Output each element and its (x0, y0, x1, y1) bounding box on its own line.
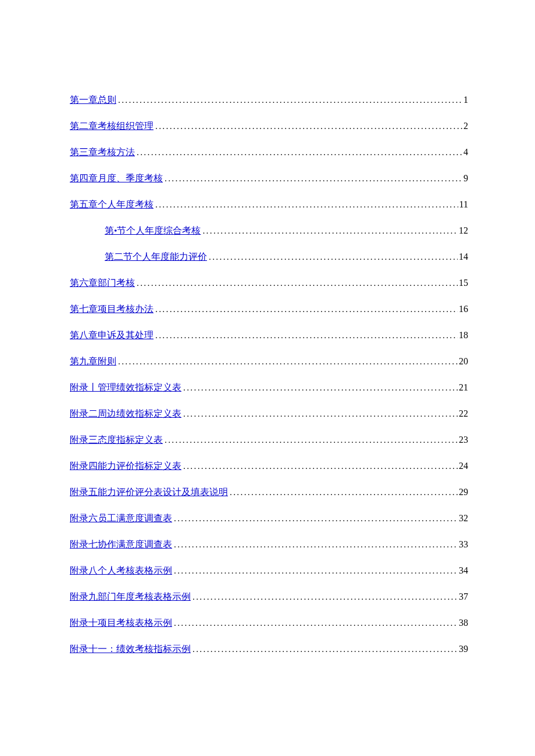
toc-link[interactable]: 附录二周边绩效指标定义表 (70, 407, 181, 420)
toc-link[interactable]: 第四章月度、季度考核 (70, 171, 163, 185)
toc-entry: 附录六员工满意度调查表32 (70, 511, 468, 525)
toc-link[interactable]: 第五章个人年度考核 (70, 198, 154, 211)
toc-leader-dots (116, 93, 462, 106)
toc-link[interactable]: 第二节个人年度能力评价 (105, 250, 207, 263)
toc-entry: 附录十项目考核表格示例38 (70, 616, 468, 630)
toc-entry: 附录七协作满意度调查表33 (70, 538, 468, 551)
toc-leader-dots (181, 459, 458, 472)
toc-leader-dots (154, 119, 462, 132)
toc-entry: 附录丨管理绩效指标定义表21 (70, 381, 468, 395)
toc-leader-dots (172, 616, 458, 629)
toc-page-number: 4 (462, 145, 468, 159)
toc-page-number: 11 (458, 198, 468, 212)
toc-link[interactable]: 附录八个人考核表格示例 (70, 564, 172, 577)
toc-leader-dots (181, 381, 458, 394)
toc-page-number: 21 (458, 381, 468, 395)
toc-entry: 第•节个人年度综合考核12 (70, 224, 468, 238)
toc-entry: 附录九部门年度考核表格示例37 (70, 590, 468, 604)
toc-entry: 第七章项目考核办法16 (70, 302, 468, 316)
toc-entry: 附录五能力评价评分表设计及填表说明29 (70, 485, 468, 499)
toc-page: 第一章总则1第二章考核组织管理2第三章考核方法4第四章月度、季度考核9第五章个人… (0, 0, 535, 726)
toc-link[interactable]: 附录七协作满意度调查表 (70, 538, 172, 551)
toc-leader-dots (135, 276, 458, 289)
toc-entry: 第二节个人年度能力评价14 (70, 250, 468, 264)
toc-link[interactable]: 第八章申诉及其处理 (70, 328, 154, 342)
toc-entry: 附录十一：绩效考核指标示例39 (70, 642, 468, 656)
toc-page-number: 34 (458, 564, 468, 578)
toc-link[interactable]: 第七章项目考核办法 (70, 302, 154, 316)
toc-link[interactable]: 第六章部门考核 (70, 276, 135, 289)
toc-link[interactable]: 附录五能力评价评分表设计及填表说明 (70, 485, 228, 499)
toc-page-number: 2 (462, 119, 468, 133)
toc-page-number: 18 (458, 328, 468, 342)
toc-link[interactable]: 第二章考核组织管理 (70, 119, 154, 132)
toc-page-number: 33 (458, 538, 468, 551)
toc-leader-dots (154, 302, 458, 316)
toc-entry: 第五章个人年度考核11 (70, 198, 468, 212)
toc-leader-dots (172, 564, 458, 577)
toc-page-number: 15 (458, 276, 468, 290)
toc-page-number: 20 (458, 354, 468, 368)
toc-leader-dots (191, 590, 458, 603)
toc-link[interactable]: 附录三态度指标定义表 (70, 433, 163, 446)
toc-page-number: 24 (458, 459, 468, 473)
toc-link[interactable]: 附录丨管理绩效指标定义表 (70, 381, 181, 394)
toc-leader-dots (172, 511, 458, 525)
toc-leader-dots (201, 224, 458, 237)
toc-link[interactable]: 附录九部门年度考核表格示例 (70, 590, 191, 603)
toc-leader-dots (154, 198, 458, 211)
toc-link[interactable]: 附录六员工满意度调查表 (70, 511, 172, 525)
toc-page-number: 22 (458, 407, 468, 421)
toc-link[interactable]: 附录十一：绩效考核指标示例 (70, 642, 191, 655)
toc-page-number: 39 (458, 642, 468, 656)
toc-leader-dots (172, 538, 458, 551)
toc-page-number: 29 (458, 485, 468, 499)
toc-entry: 附录八个人考核表格示例34 (70, 564, 468, 578)
toc-page-number: 14 (458, 250, 468, 264)
toc-leader-dots (191, 642, 458, 655)
toc-link[interactable]: 第•节个人年度综合考核 (105, 224, 201, 237)
toc-leader-dots (181, 407, 458, 420)
toc-leader-dots (116, 354, 458, 368)
toc-entry: 第九章附则20 (70, 354, 468, 368)
toc-leader-dots (207, 250, 458, 263)
toc-leader-dots (163, 433, 458, 446)
toc-page-number: 37 (458, 590, 468, 604)
toc-link[interactable]: 附录十项目考核表格示例 (70, 616, 172, 629)
toc-entry: 第六章部门考核15 (70, 276, 468, 290)
toc-leader-dots (228, 485, 458, 499)
toc-entry: 第一章总则1 (70, 93, 468, 107)
toc-link[interactable]: 第一章总则 (70, 93, 116, 106)
toc-page-number: 1 (462, 93, 468, 107)
toc-page-number: 16 (458, 302, 468, 316)
toc-leader-dots (163, 171, 462, 185)
toc-link[interactable]: 第三章考核方法 (70, 145, 135, 159)
toc-entry: 第八章申诉及其处理18 (70, 328, 468, 342)
toc-page-number: 38 (458, 616, 468, 630)
toc-leader-dots (154, 328, 458, 342)
toc-page-number: 23 (458, 433, 468, 447)
toc-entry: 第四章月度、季度考核9 (70, 171, 468, 185)
toc-entry: 第三章考核方法4 (70, 145, 468, 159)
toc-entry: 附录四能力评价指标定义表24 (70, 459, 468, 473)
toc-container: 第一章总则1第二章考核组织管理2第三章考核方法4第四章月度、季度考核9第五章个人… (70, 93, 468, 656)
toc-page-number: 32 (458, 511, 468, 525)
toc-entry: 第二章考核组织管理2 (70, 119, 468, 133)
toc-leader-dots (135, 145, 462, 159)
toc-entry: 附录二周边绩效指标定义表22 (70, 407, 468, 421)
toc-page-number: 12 (458, 224, 468, 238)
toc-page-number: 9 (462, 171, 468, 185)
toc-link[interactable]: 附录四能力评价指标定义表 (70, 459, 181, 472)
toc-entry: 附录三态度指标定义表23 (70, 433, 468, 447)
toc-link[interactable]: 第九章附则 (70, 354, 116, 368)
